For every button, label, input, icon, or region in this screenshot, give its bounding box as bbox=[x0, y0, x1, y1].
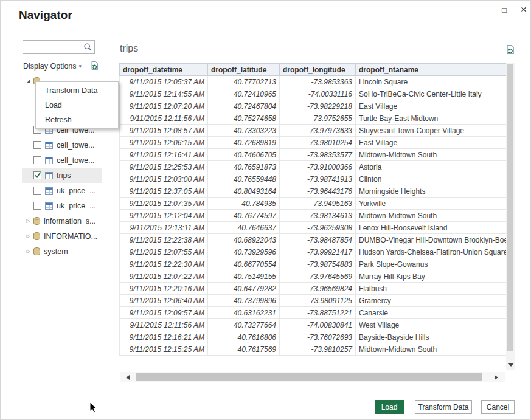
tree-item-label: trips bbox=[57, 171, 71, 180]
checkbox[interactable] bbox=[33, 187, 41, 195]
table-icon bbox=[45, 142, 53, 149]
table-cell: -73.98134613 bbox=[280, 210, 356, 222]
table-cell: Flatbush bbox=[356, 283, 507, 295]
table-row: 9/11/2015 12:09:57 AM40.63162231-73.8875… bbox=[120, 307, 507, 319]
table-cell: East Village bbox=[356, 100, 507, 112]
table-cell: 9/11/2015 12:03:00 AM bbox=[120, 173, 208, 185]
maximize-button[interactable]: □ bbox=[497, 3, 512, 16]
scroll-right-icon[interactable] bbox=[495, 375, 498, 380]
table-cell: -74.00331116 bbox=[280, 88, 356, 100]
chevron-down-icon: ▾ bbox=[79, 63, 82, 69]
checkbox[interactable] bbox=[33, 156, 41, 164]
preview-title: trips bbox=[120, 43, 138, 54]
close-button[interactable]: × bbox=[516, 3, 531, 16]
table-icon bbox=[45, 187, 53, 195]
maximize-icon: □ bbox=[502, 5, 507, 15]
tree-item-information-s[interactable]: ▷information_s... bbox=[22, 213, 102, 229]
tree-item-uk-price[interactable]: uk_price_... bbox=[22, 198, 102, 213]
scroll-down-icon[interactable] bbox=[508, 363, 514, 367]
tree-item-system[interactable]: ▷system bbox=[22, 244, 102, 259]
tree-item-trips[interactable]: trips bbox=[22, 168, 102, 183]
tree-item-uk-price[interactable]: uk_price_... bbox=[22, 183, 102, 198]
cancel-button[interactable]: Cancel bbox=[481, 400, 515, 414]
tree-item-informatio[interactable]: ▷INFORMATIO... bbox=[22, 229, 102, 244]
table-cell: -73.97973633 bbox=[280, 125, 356, 137]
table-cell: 9/11/2015 12:20:16 AM bbox=[120, 283, 208, 295]
table-row: 9/11/2015 12:15:25 AM40.7617569-73.98102… bbox=[120, 343, 507, 356]
table-cell: DUMBO-Vinegar Hill-Downtown Brooklyn-Boe… bbox=[356, 234, 507, 246]
table-cell: Astoria bbox=[356, 161, 507, 173]
table-row: 9/11/2015 12:06:40 AM40.73799896-73.9809… bbox=[120, 295, 507, 307]
table-cell: -74.00830841 bbox=[280, 319, 356, 331]
table-row: 9/11/2015 12:07:22 AM40.75149155-73.9764… bbox=[120, 270, 507, 283]
table-cell: 40.75149155 bbox=[208, 270, 280, 283]
table-cell: 40.74606705 bbox=[208, 149, 280, 161]
mouse-cursor bbox=[89, 402, 98, 414]
table-cell: 9/11/2015 12:07:55 AM bbox=[120, 246, 208, 258]
table-cell: 9/11/2015 12:22:30 AM bbox=[120, 258, 208, 270]
table-cell: 40.72467804 bbox=[208, 100, 280, 112]
table-row: 9/11/2015 12:14:55 AM40.72410965-74.0033… bbox=[120, 88, 507, 100]
column-header: dropoff_datetime bbox=[120, 64, 208, 76]
column-header: dropoff_ntaname bbox=[356, 64, 507, 76]
expand-arrow-icon[interactable]: ▷ bbox=[24, 218, 32, 224]
table-cell: -73.98229218 bbox=[280, 100, 356, 112]
database-icon bbox=[33, 217, 40, 225]
table-cell: -73.9810257 bbox=[280, 343, 356, 356]
horizontal-scrollbar[interactable] bbox=[120, 372, 505, 382]
scroll-left-icon[interactable] bbox=[126, 375, 130, 380]
table-cell: 40.72689819 bbox=[208, 137, 280, 149]
expand-arrow-icon[interactable]: ▷ bbox=[24, 249, 32, 254]
tree-item-cell-towe[interactable]: cell_towe... bbox=[22, 153, 102, 168]
table-row: 9/11/2015 12:16:41 AM40.74606705-73.9835… bbox=[120, 149, 507, 161]
display-options-dropdown[interactable]: Display Options ▾ bbox=[23, 62, 82, 71]
table-cell: Canarsie bbox=[356, 307, 507, 319]
table-cell: 40.73929596 bbox=[208, 246, 280, 258]
close-icon: × bbox=[521, 4, 527, 15]
menu-item-refresh[interactable]: Refresh bbox=[36, 112, 118, 127]
table-cell: 40.76559448 bbox=[208, 173, 280, 185]
table-row: 9/11/2015 12:12:04 AM40.76774597-73.9813… bbox=[120, 210, 507, 222]
table-cell: 9/11/2015 12:25:53 AM bbox=[120, 161, 208, 173]
table-cell: -73.96443176 bbox=[280, 185, 356, 198]
tree-item-label: uk_price_... bbox=[57, 187, 96, 195]
data-preview-grid: dropoff_datetimedropoff_latitudedropoff_… bbox=[119, 63, 507, 356]
table-cell: -73.98487854 bbox=[280, 234, 356, 246]
table-cell: 9/11/2015 12:13:11 AM bbox=[120, 222, 208, 234]
table-cell: -73.98010254 bbox=[280, 137, 356, 149]
menu-item-transform-data[interactable]: Transform Data bbox=[36, 83, 118, 98]
table-cell: 40.66770554 bbox=[208, 258, 280, 270]
table-cell: 9/11/2015 12:37:05 AM bbox=[120, 185, 208, 198]
table-cell: 9/11/2015 12:07:20 AM bbox=[120, 100, 208, 112]
expand-arrow-icon[interactable]: ▷ bbox=[24, 233, 32, 239]
checkbox-checked[interactable] bbox=[33, 171, 41, 179]
table-cell: 40.7646637 bbox=[208, 222, 280, 234]
column-header: dropoff_latitude bbox=[208, 64, 280, 76]
tree-item-cell-towe[interactable]: cell_towe... bbox=[22, 137, 102, 153]
table-cell: -73.97645569 bbox=[280, 270, 356, 283]
table-row: 9/11/2015 12:11:56 AM40.75274658-73.9752… bbox=[120, 112, 507, 125]
transform-data-button[interactable]: Transform Data bbox=[415, 400, 472, 414]
vertical-scroll-thumb[interactable] bbox=[507, 64, 513, 351]
table-cell: Murray Hill-Kips Bay bbox=[356, 270, 507, 283]
refresh-preview-icon[interactable] bbox=[505, 44, 516, 55]
menu-item-load[interactable]: Load bbox=[36, 98, 118, 112]
table-cell: Clinton bbox=[356, 173, 507, 185]
collapse-arrow-icon[interactable]: ◢ bbox=[24, 78, 32, 84]
table-cell: 40.7616806 bbox=[208, 331, 280, 343]
table-cell: Lincoln Square bbox=[356, 76, 507, 88]
vertical-scrollbar[interactable] bbox=[506, 63, 515, 370]
load-button[interactable]: Load bbox=[375, 400, 404, 414]
table-cell: 40.75274658 bbox=[208, 112, 280, 125]
search-input[interactable] bbox=[24, 41, 80, 53]
search-icon bbox=[83, 43, 92, 52]
horizontal-scroll-thumb[interactable] bbox=[136, 373, 482, 381]
checkbox[interactable] bbox=[33, 202, 41, 210]
checkbox[interactable] bbox=[33, 141, 41, 149]
table-cell: 9/11/2015 12:11:56 AM bbox=[120, 319, 208, 331]
table-row: 9/11/2015 12:16:21 AM40.7616806-73.76072… bbox=[120, 331, 507, 343]
table-row: 9/11/2015 12:11:56 AM40.73277664-74.0083… bbox=[120, 319, 507, 331]
table-cell: Park Slope-Gowanus bbox=[356, 258, 507, 270]
refresh-icon[interactable] bbox=[90, 61, 100, 71]
context-menu: Transform DataLoadRefresh bbox=[35, 81, 119, 129]
